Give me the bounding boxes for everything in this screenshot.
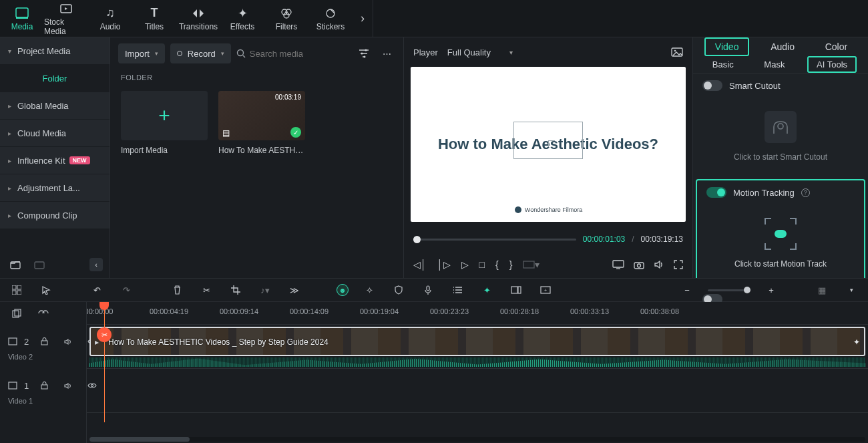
- fullscreen-button[interactable]: [674, 260, 683, 269]
- split-button[interactable]: ✂: [198, 281, 215, 299]
- stop-button[interactable]: □: [479, 259, 485, 270]
- aspect-button[interactable]: ▾: [523, 259, 539, 270]
- snapshot-icon[interactable]: [671, 47, 683, 57]
- video-clip[interactable]: ▸ How To Make AESTHETIC Videos _ Step by…: [89, 327, 865, 356]
- import-label: Import: [125, 49, 150, 59]
- sparkle-button[interactable]: ✧: [361, 281, 378, 299]
- svg-point-23: [778, 124, 783, 129]
- import-media-tile[interactable]: + Import Media: [121, 91, 208, 155]
- sidebar-item-cloud-media[interactable]: ▸ Cloud Media: [0, 120, 110, 146]
- crop-button[interactable]: [227, 281, 244, 299]
- timeline-link-icon[interactable]: [35, 305, 52, 322]
- new-bin-icon[interactable]: [31, 256, 48, 273]
- timeline-ruler[interactable]: 00:00:0000:00:04:1900:00:09:1400:00:14:0…: [87, 302, 868, 325]
- undo-button[interactable]: ↶: [88, 281, 105, 299]
- inspector-tab-color[interactable]: Color: [816, 39, 857, 55]
- scrub-knob[interactable]: [413, 236, 421, 243]
- import-dropdown[interactable]: Import ▾: [118, 43, 165, 63]
- marker-button[interactable]: ✦: [478, 281, 495, 299]
- inspector-subtab-basic[interactable]: Basic: [704, 57, 742, 71]
- more-tools-button[interactable]: ≫: [286, 281, 303, 299]
- player-canvas[interactable]: How to Make Aesthetic Videos? Wondershar…: [411, 67, 686, 222]
- motion-tracking-card[interactable]: Click to start Motion Track: [697, 204, 864, 285]
- timeline-scrollbar[interactable]: [89, 437, 865, 442]
- tab-stock-media[interactable]: Stock Media: [44, 0, 88, 37]
- tab-effects[interactable]: ✦ Effects: [220, 0, 264, 37]
- track-head-video2[interactable]: 2 Video 2: [0, 325, 86, 369]
- quality-dropdown[interactable]: Full Quality ▾: [447, 47, 513, 57]
- play-button[interactable]: ▷: [461, 259, 469, 270]
- inspector-tab-audio[interactable]: Audio: [761, 39, 804, 55]
- sidebar-item-compound-clip[interactable]: ▸ Compound Clip: [0, 202, 110, 229]
- tab-audio[interactable]: ♫ Audio: [88, 0, 132, 37]
- ratio-button[interactable]: +: [537, 281, 554, 299]
- track-row-video1[interactable]: [87, 369, 868, 413]
- zoom-in-button[interactable]: +: [763, 281, 780, 299]
- zoom-knob[interactable]: [744, 287, 750, 293]
- sidebar-item-adjustment-layer[interactable]: ▸ Adjustment La...: [0, 174, 110, 201]
- sidebar-item-global-media[interactable]: ▸ Global Media: [0, 92, 110, 119]
- inspector-subtab-aitools[interactable]: AI Tools: [807, 56, 857, 73]
- sidebar-item-influence-kit[interactable]: ▸ Influence Kit NEW: [0, 147, 110, 174]
- cut-handle[interactable]: ✂: [97, 327, 112, 342]
- track-head-video1[interactable]: 1 Video 1: [0, 369, 86, 413]
- next-frame-button[interactable]: │▷: [437, 259, 451, 270]
- prev-frame-button[interactable]: ◁│: [413, 259, 427, 270]
- new-folder-icon[interactable]: [7, 256, 24, 273]
- track-row-video2[interactable]: ▸ How To Make AESTHETIC Videos _ Step by…: [87, 325, 868, 369]
- layout-icon[interactable]: [8, 281, 25, 299]
- sidebar-item-folder[interactable]: Folder: [0, 65, 110, 92]
- scrollbar-thumb[interactable]: [89, 437, 190, 442]
- tab-filters[interactable]: Filters: [264, 0, 308, 37]
- frame-button[interactable]: [507, 281, 525, 299]
- scrub-slider[interactable]: [413, 239, 576, 241]
- tab-transitions[interactable]: Transitions: [176, 0, 220, 37]
- mic-button[interactable]: [419, 281, 437, 299]
- view-grid-icon[interactable]: ▦: [813, 281, 831, 299]
- smart-cutout-card[interactable]: Click to start Smart Cutout: [693, 98, 868, 178]
- zoom-slider[interactable]: [708, 289, 750, 291]
- shield-button[interactable]: [390, 281, 407, 299]
- zoom-out-button[interactable]: −: [678, 281, 696, 299]
- view-menu-icon[interactable]: ▾: [843, 281, 860, 299]
- mark-out-button[interactable]: }: [509, 259, 513, 270]
- sidebar-label: Cloud Media: [17, 128, 66, 138]
- tabs-next-button[interactable]: ›: [353, 0, 373, 37]
- lock-icon[interactable]: [35, 377, 53, 394]
- chevron-down-icon: ▾: [155, 50, 158, 57]
- media-clip-tile[interactable]: 00:03:19 ▤ ✓ How To Make AESTHE...: [218, 91, 305, 155]
- tab-media[interactable]: Media: [0, 0, 44, 37]
- music-button[interactable]: ♪▾: [256, 281, 274, 299]
- tab-titles[interactable]: T Titles: [132, 0, 176, 37]
- film-icon: ▤: [222, 128, 230, 138]
- search-input[interactable]: [250, 49, 323, 59]
- record-dropdown[interactable]: Record ▾: [170, 43, 231, 63]
- delete-button[interactable]: [168, 281, 186, 299]
- ai-button[interactable]: ☻: [337, 284, 349, 296]
- lock-icon[interactable]: [35, 333, 53, 350]
- camera-button[interactable]: [634, 261, 644, 269]
- list-button[interactable]: [449, 281, 466, 299]
- volume-button[interactable]: [654, 260, 664, 269]
- mark-in-button[interactable]: {: [495, 259, 499, 270]
- display-button[interactable]: [612, 260, 624, 269]
- motion-tracking-toggle[interactable]: [706, 187, 726, 198]
- svg-point-7: [327, 9, 335, 17]
- timeline-copy-icon[interactable]: [8, 305, 25, 322]
- tab-stickers[interactable]: Stickers: [308, 0, 353, 37]
- pointer-icon[interactable]: [37, 281, 55, 299]
- collapse-sidebar-button[interactable]: ‹: [89, 258, 103, 271]
- ruler-tick: 00:00:38:08: [640, 307, 679, 315]
- inspector-subtab-mask[interactable]: Mask: [756, 57, 793, 71]
- smart-cutout-toggle[interactable]: [702, 80, 722, 91]
- more-icon[interactable]: ⋯: [378, 45, 395, 62]
- motion-track-box[interactable]: [513, 122, 583, 159]
- help-icon[interactable]: ?: [801, 188, 810, 197]
- mute-icon[interactable]: [59, 333, 77, 350]
- playhead-line[interactable]: [104, 302, 105, 422]
- inspector-tab-video[interactable]: Video: [704, 37, 750, 56]
- mute-icon[interactable]: [59, 377, 77, 394]
- sidebar-item-project-media[interactable]: ▾ Project Media: [0, 37, 110, 64]
- filter-icon[interactable]: [355, 45, 373, 62]
- redo-button[interactable]: ↷: [118, 281, 135, 299]
